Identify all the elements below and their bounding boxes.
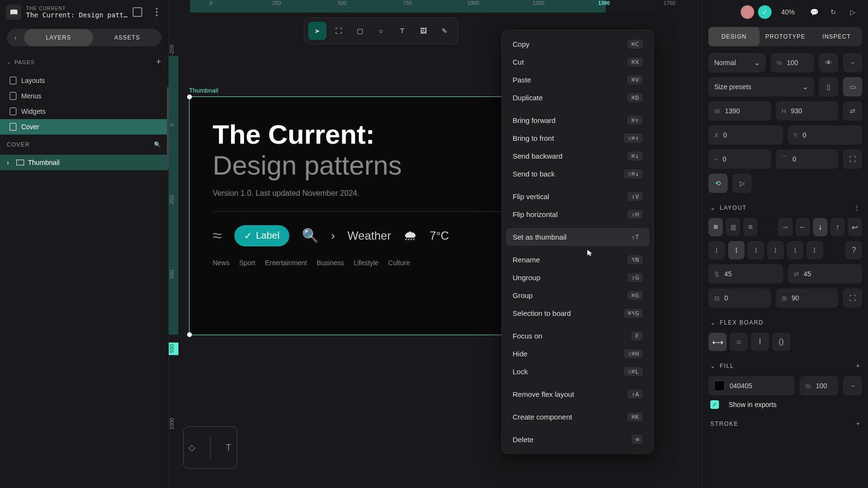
blend-mode-select[interactable]: Normal⌄ [708, 53, 766, 72]
chevron-down-icon[interactable]: ⌄ [710, 204, 716, 211]
chevron-right-icon[interactable]: › [7, 159, 13, 166]
page-item-widgets[interactable]: Widgets [0, 104, 168, 119]
history-icon[interactable]: ↻ [827, 5, 840, 19]
flex-hug-v[interactable]: I [751, 333, 769, 351]
select-tool[interactable]: ➤ [308, 22, 326, 40]
layout-more-icon[interactable]: ⋮ [854, 204, 861, 211]
flex-fixed[interactable]: ⟷ [708, 333, 727, 351]
valign-stretch3[interactable]: ⫶ [806, 241, 823, 259]
zoom-level[interactable]: 40% [781, 8, 795, 16]
menu-flip-vertical[interactable]: Flip vertical⇧V [506, 188, 650, 205]
rotation-input[interactable]: ⌐0 [708, 149, 771, 169]
align-left[interactable]: ≡ [708, 218, 723, 236]
image-tool[interactable]: 🖼 [414, 22, 433, 40]
color-picker-icon[interactable]: ◇ [184, 442, 201, 453]
radius-input[interactable]: ⌒0 [776, 149, 839, 169]
panel-icon[interactable] [131, 5, 144, 19]
text-style-icon[interactable]: T [220, 443, 237, 453]
menu-delete[interactable]: Delete⌫ [506, 431, 650, 448]
dir-left[interactable]: ← [796, 218, 810, 236]
valign-stretch2[interactable]: ⫶ [787, 241, 804, 259]
project-title[interactable]: The Current: Design patt… [26, 11, 128, 19]
tab-assets[interactable]: ASSETS [93, 29, 162, 46]
expand-radius[interactable]: ⛶ [843, 149, 862, 169]
page-item-menus[interactable]: Menus [0, 88, 168, 104]
gap-row-input[interactable]: ⇅45 [708, 264, 783, 284]
color-swatch[interactable] [714, 380, 725, 391]
dir-up[interactable]: ↑ [830, 218, 845, 236]
size-presets-select[interactable]: Size presets⌄ [708, 77, 814, 96]
tab-inspect[interactable]: INSPECT [811, 27, 862, 46]
height-input[interactable]: H930 [776, 101, 839, 121]
menu-set-as-thumbnail[interactable]: Set as thumbnail⇧T [506, 228, 650, 246]
link-dimensions[interactable]: ⇄ [843, 101, 862, 121]
frame-tool[interactable]: ⛶ [329, 22, 348, 40]
menu-paste[interactable]: Paste⌘V [506, 71, 650, 89]
frame-label[interactable]: Thumbnail [189, 87, 218, 94]
width-input[interactable]: W1390 [708, 101, 771, 121]
menu-bring-to-front[interactable]: Bring to front⇧⌘↑ [506, 129, 650, 147]
valign-bottom[interactable]: ⫶ [747, 241, 764, 259]
menu-create-component[interactable]: Create component⌘K [506, 408, 650, 426]
flex-fill[interactable]: ○ [730, 333, 748, 351]
show-exports-checkbox[interactable]: ✓ [710, 400, 719, 409]
fill-color-input[interactable]: 040405 [708, 376, 795, 395]
remove-fill-button[interactable]: − [843, 376, 862, 395]
menu-hide[interactable]: Hide⇧⌘H [506, 345, 650, 363]
clip-content-toggle[interactable]: ⟲ [708, 174, 728, 193]
ellipse-tool[interactable]: ○ [372, 22, 390, 40]
layer-item-thumbnail[interactable]: › Thumbnail [0, 155, 168, 170]
rect-tool[interactable]: ▢ [351, 22, 369, 40]
padding-expand[interactable]: ⛶ [843, 288, 862, 308]
menu-duplicate[interactable]: Duplicate⌘D [506, 89, 650, 107]
orientation-portrait[interactable]: ▯ [819, 77, 838, 96]
dir-right[interactable]: → [778, 218, 792, 236]
visibility-toggle[interactable]: 👁 [819, 53, 838, 72]
menu-send-to-back[interactable]: Send to back⇧⌘↓ [506, 165, 650, 183]
gap-col-input[interactable]: ⇄45 [788, 264, 863, 284]
x-input[interactable]: X0 [708, 125, 783, 145]
dir-wrap[interactable]: ↩ [848, 218, 862, 236]
add-fill-button[interactable]: + [856, 363, 860, 369]
back-button[interactable]: ‹ [7, 29, 24, 46]
text-tool[interactable]: T [393, 22, 411, 40]
add-page-button[interactable]: + [156, 57, 162, 67]
more-icon[interactable] [150, 5, 163, 19]
chevron-down-icon[interactable]: ⌄ [710, 363, 716, 369]
menu-lock[interactable]: Lock⇧⌘L [506, 363, 650, 380]
page-item-layouts[interactable]: Layouts [0, 73, 168, 88]
chevron-down-icon[interactable]: ⌄ [710, 319, 716, 326]
search-layers-icon[interactable]: 🔍 [154, 141, 162, 148]
valign-center[interactable]: ⫶ [728, 241, 745, 259]
pad-h-input[interactable]: ⊞90 [776, 288, 839, 308]
remove-button[interactable]: − [843, 53, 862, 72]
comment-icon[interactable]: 💬 [807, 5, 821, 19]
menu-bring-forward[interactable]: Bring forward⌘↑ [506, 111, 650, 129]
tab-design[interactable]: DESIGN [708, 27, 760, 46]
chevron-down-icon[interactable]: ⌄ [7, 59, 12, 65]
align-right[interactable]: ≡ [743, 218, 758, 236]
resize-handle-bl[interactable] [187, 332, 192, 337]
pad-v-input[interactable]: ⊟0 [708, 288, 771, 308]
tab-layers[interactable]: LAYERS [24, 29, 93, 46]
menu-rename[interactable]: Rename⌥N [506, 251, 650, 269]
tab-prototype[interactable]: PROTOTYPE [760, 27, 811, 46]
color-text-panel[interactable]: ◇ T [183, 426, 237, 469]
y-input[interactable]: Y0 [788, 125, 863, 145]
pen-tool[interactable]: ✎ [435, 22, 454, 40]
user-avatar[interactable] [741, 5, 754, 19]
menu-remove-flex-layout[interactable]: Remove flex layout⇧A [506, 385, 650, 403]
dir-down[interactable]: ↓ [813, 218, 827, 236]
opacity-input[interactable]: %100 [771, 53, 814, 72]
menu-cut[interactable]: Cut⌘X [506, 53, 650, 71]
menu-selection-to-board[interactable]: Selection to board⌘⌥G [506, 304, 650, 322]
menu-focus-on[interactable]: Focus onF [506, 327, 650, 345]
play-icon[interactable]: ▷ [846, 5, 859, 19]
play-prototype[interactable]: ▷ [732, 174, 752, 193]
menu-send-backward[interactable]: Send backward⌘↓ [506, 147, 650, 165]
valign-stretch1[interactable]: ⫶ [767, 241, 784, 259]
menu-flip-horizontal[interactable]: Flip horizontal⇧H [506, 205, 650, 223]
menu-group[interactable]: Group⌘G [506, 286, 650, 304]
help-icon[interactable]: ? [845, 241, 862, 259]
orientation-landscape[interactable]: ▭ [843, 77, 862, 96]
